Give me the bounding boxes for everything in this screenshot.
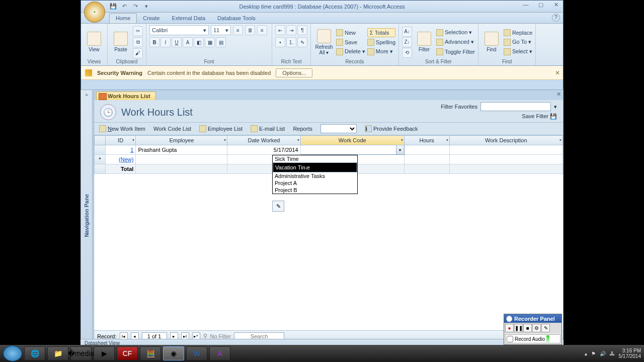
workcode-dropdown-icon[interactable]: ▾: [396, 145, 404, 154]
taskbar-chrome-icon[interactable]: ◉: [163, 346, 184, 360]
provide-feedback-link[interactable]: ℹProvide Feedback: [365, 125, 418, 132]
edit-list-items-icon[interactable]: ✎: [272, 201, 284, 212]
copy-icon[interactable]: ⧉: [133, 37, 143, 47]
align-left-icon[interactable]: ≡: [233, 25, 243, 35]
clear-sort-icon[interactable]: ⟲: [402, 48, 412, 58]
save-filter-icon[interactable]: 💾: [550, 113, 557, 119]
tab-database-tools[interactable]: Database Tools: [211, 14, 262, 23]
col-employee[interactable]: Employee▾: [136, 136, 227, 145]
taskbar-explorer-icon[interactable]: 📁: [47, 346, 68, 360]
tab-work-hours-list[interactable]: Work Hours List: [96, 92, 156, 100]
reports-select[interactable]: [320, 124, 357, 133]
bullets-icon[interactable]: •: [275, 37, 285, 47]
tab-external-data[interactable]: External Data: [166, 14, 211, 23]
col-work-description[interactable]: Work Description▾: [449, 136, 563, 145]
security-close-icon[interactable]: ✕: [555, 69, 560, 76]
email-list-link[interactable]: E-mail List: [251, 125, 285, 132]
recorder-pause-icon[interactable]: ❚❚: [514, 324, 523, 332]
recorder-record-icon[interactable]: ●: [505, 324, 514, 332]
underline-icon[interactable]: U: [172, 37, 182, 47]
font-name-select[interactable]: Calibri▾: [149, 25, 209, 35]
gridlines-icon[interactable]: ▦: [205, 37, 215, 47]
selection-button[interactable]: Selection ▾: [436, 28, 475, 37]
employee-list-link[interactable]: Employee List: [199, 125, 243, 132]
spelling-button[interactable]: Spelling: [367, 38, 395, 47]
indent-inc-icon[interactable]: ⇥: [286, 25, 296, 35]
cell-hours[interactable]: [404, 145, 449, 155]
minimize-button[interactable]: —: [521, 2, 531, 9]
replace-button[interactable]: Replace: [504, 28, 532, 37]
font-size-select[interactable]: 11▾: [211, 25, 231, 35]
alt-row-icon[interactable]: ▤: [216, 37, 226, 47]
filter-favorites-select[interactable]: [480, 102, 551, 111]
maximize-button[interactable]: ▢: [536, 2, 546, 9]
taskbar-wmp-icon[interactable]: ▶: [94, 346, 115, 360]
cell-work-code[interactable]: ▾: [300, 145, 404, 155]
numbering-icon[interactable]: 1.: [286, 37, 296, 47]
advanced-filter-button[interactable]: Advanced ▾: [436, 38, 475, 47]
new-row-label[interactable]: (New): [105, 155, 136, 164]
paste-button[interactable]: Paste: [111, 31, 131, 53]
cell-description[interactable]: [449, 145, 563, 155]
ltr-icon[interactable]: ¶: [297, 25, 307, 35]
highlight-icon[interactable]: ✎: [297, 37, 307, 47]
select-button[interactable]: Select ▾: [504, 47, 532, 56]
taskbar-word-icon[interactable]: W: [186, 346, 207, 360]
recorder-stop-icon[interactable]: ■: [523, 324, 532, 332]
taskbar-app-icon[interactable]: CF: [117, 346, 138, 360]
cell-id[interactable]: 1: [105, 145, 136, 155]
view-button[interactable]: View: [84, 31, 104, 53]
dropdown-option[interactable]: Project A: [273, 179, 357, 187]
sort-asc-icon[interactable]: A↓: [402, 27, 412, 37]
work-code-dropdown[interactable]: Sick Time Vacation Time Administrative T…: [272, 155, 358, 194]
col-id[interactable]: ID▾: [105, 136, 136, 145]
refresh-all-button[interactable]: Refresh All ▾: [314, 28, 334, 56]
expand-navpane-icon[interactable]: »: [85, 92, 88, 98]
col-hours[interactable]: Hours▾: [404, 136, 449, 145]
dropdown-option[interactable]: Administrative Tasks: [273, 172, 357, 179]
tray-up-icon[interactable]: ▴: [585, 351, 587, 356]
format-painter-icon[interactable]: 🖌: [133, 48, 143, 58]
toggle-filter-button[interactable]: Toggle Filter: [436, 47, 475, 56]
tab-create[interactable]: Create: [137, 14, 166, 23]
recorder-marker-icon[interactable]: ✎: [541, 324, 550, 332]
recorder-panel[interactable]: ⬤Recorder Panel ● ❚❚ ■ ⚙ ✎ Record Audio: [504, 314, 562, 345]
save-record-button[interactable]: Save: [336, 38, 365, 47]
table-row[interactable]: 1 Prashant Gupta 5/17/2014 ▾: [95, 145, 563, 155]
cell-employee[interactable]: Prashant Gupta: [136, 145, 227, 155]
align-center-icon[interactable]: ≣: [245, 25, 255, 35]
goto-button[interactable]: Go To ▾: [504, 38, 532, 47]
dropdown-option[interactable]: Vacation Time: [273, 162, 357, 172]
indent-dec-icon[interactable]: ⇤: [275, 25, 285, 35]
tab-home[interactable]: Home: [109, 13, 137, 23]
italic-icon[interactable]: I: [160, 37, 171, 47]
help-icon[interactable]: ?: [552, 14, 560, 22]
cell-date[interactable]: 5/17/2014: [227, 145, 300, 155]
taskbar-ie-icon[interactable]: 🌐: [24, 346, 45, 360]
find-button[interactable]: Find: [481, 31, 502, 53]
record-audio-checkbox[interactable]: [507, 336, 513, 342]
tray-volume-icon[interactable]: 🔊: [600, 351, 606, 356]
delete-record-button[interactable]: Delete ▾: [336, 47, 365, 56]
cut-icon[interactable]: ✂: [133, 26, 143, 36]
sort-desc-icon[interactable]: Z↓: [402, 37, 412, 47]
new-record-button[interactable]: New: [336, 28, 365, 37]
col-date-worked[interactable]: Date Worked▾: [227, 136, 300, 145]
tray-flag-icon[interactable]: ⚑: [591, 351, 596, 356]
start-button[interactable]: [3, 345, 22, 361]
fill-color-icon[interactable]: ◧: [194, 37, 204, 47]
filter-button[interactable]: Filter: [414, 31, 434, 53]
recorder-tools-icon[interactable]: ⚙: [532, 324, 541, 332]
taskbar-calc-icon[interactable]: 🧮: [140, 346, 161, 360]
font-color-icon[interactable]: A: [183, 37, 193, 47]
security-options-button[interactable]: Options...: [276, 68, 312, 77]
close-tab-icon[interactable]: ✕: [556, 91, 561, 98]
close-button[interactable]: ✕: [551, 2, 561, 9]
clock[interactable]: 3:16 PM 5/17/2014: [619, 348, 641, 359]
dropdown-option[interactable]: Sick Time: [273, 155, 357, 162]
save-filter-link[interactable]: Save Filter: [522, 113, 548, 119]
taskbar-media-icon[interactable]: �media: [70, 346, 92, 360]
select-all-corner[interactable]: [95, 136, 106, 145]
more-records-button[interactable]: More ▾: [367, 47, 395, 56]
taskbar-access-icon[interactable]: A: [209, 346, 230, 360]
